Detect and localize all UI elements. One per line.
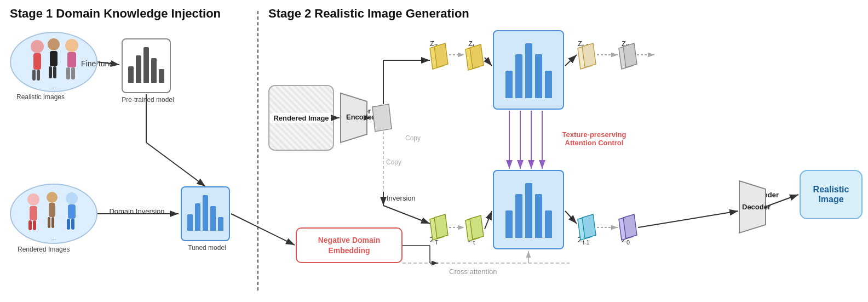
svg-rect-1: [33, 53, 41, 70]
top-unet-box: [493, 30, 564, 110]
negative-domain-embedding-box: Negative Domain Embedding: [296, 227, 403, 263]
decoder-label: Decoder: [750, 191, 779, 199]
diagram: Stage 1 Domain Knowledge Injection Stage…: [0, 0, 868, 302]
svg-line-51: [485, 58, 492, 66]
svg-rect-9: [67, 52, 76, 67]
z-t1-label: Zt-1: [578, 39, 589, 49]
svg-line-45: [383, 206, 430, 224]
zh-0-label: Ẑ0: [622, 236, 630, 246]
svg-text:...: ...: [51, 235, 56, 241]
bottom-unet-box: [493, 170, 564, 249]
pretrained-model-box: [122, 38, 171, 93]
svg-rect-5: [50, 51, 58, 66]
domain-inversion-label: Domain Inversion: [101, 207, 173, 216]
svg-rect-15: [28, 220, 32, 230]
copy-label: Copy: [405, 134, 421, 142]
svg-marker-69: [623, 214, 637, 238]
svg-rect-18: [49, 203, 55, 217]
svg-rect-20: [51, 217, 54, 228]
stage2-label: Stage 2 Realistic Image Generation: [268, 7, 469, 21]
realistic-images-label: Realistic Images: [16, 93, 65, 101]
pretrained-model-label: Pre-trained model: [112, 96, 183, 104]
svg-rect-16: [33, 220, 36, 230]
svg-rect-11: [71, 67, 75, 79]
cross-attention-label: Cross attention: [449, 267, 497, 276]
svg-rect-14: [30, 206, 37, 220]
attention-label: Texture-preserving Attention Control: [550, 130, 638, 147]
svg-point-0: [31, 40, 44, 53]
inversion-label: Inversion: [387, 194, 416, 202]
svg-line-32: [146, 143, 205, 186]
svg-line-63: [485, 211, 492, 229]
svg-line-64: [565, 211, 577, 224]
encoder-label: Encoder: [342, 107, 371, 115]
svg-point-21: [66, 192, 78, 204]
svg-text:Decoder: Decoder: [742, 203, 771, 211]
z-t-label: Zt: [468, 39, 474, 49]
z0-enc-label: Z0: [372, 112, 380, 122]
svg-rect-22: [68, 204, 76, 219]
svg-point-17: [47, 192, 58, 203]
svg-point-4: [48, 38, 60, 50]
svg-marker-59: [434, 214, 448, 238]
svg-marker-36: [341, 93, 367, 143]
bottom-unet-bars: [502, 180, 555, 240]
stage-divider: [257, 11, 258, 290]
zh-t-label: Ẑt: [468, 236, 475, 246]
svg-rect-19: [48, 217, 50, 228]
stage1-label: Stage 1 Domain Knowledge Injection: [10, 7, 221, 21]
svg-rect-24: [71, 219, 74, 230]
tuned-model-box: [181, 186, 230, 241]
finetune-label: Fine-tune: [81, 59, 113, 68]
svg-rect-6: [49, 66, 52, 78]
pretrained-model-bars: [125, 47, 168, 85]
realistic-image-box: Realistic Image: [800, 170, 863, 219]
zh-t1-label: Ẑt-1: [578, 236, 590, 246]
rendered-images-label: Rendered Images: [18, 246, 70, 253]
svg-text:...: ...: [51, 83, 56, 89]
rendered-image-box: Rendered Image: [268, 85, 334, 151]
svg-line-34: [231, 214, 295, 245]
svg-marker-49: [465, 46, 479, 70]
svg-point-13: [27, 193, 39, 206]
svg-text:Copy: Copy: [386, 158, 401, 166]
z-0-label: Z0: [622, 39, 629, 49]
svg-marker-71: [739, 181, 766, 233]
svg-rect-7: [53, 66, 56, 78]
svg-point-8: [65, 39, 78, 52]
zh-T-label: ẐT: [430, 236, 439, 246]
svg-line-52: [565, 55, 577, 66]
top-unet-bars: [502, 40, 555, 100]
svg-rect-23: [67, 219, 70, 230]
rendered-images-ellipse: ...: [10, 184, 97, 244]
rendered-image-label: Rendered Image: [270, 113, 332, 123]
tuned-model-bars: [184, 195, 227, 233]
svg-rect-2: [32, 70, 36, 81]
svg-rect-3: [37, 70, 40, 81]
svg-line-70: [638, 211, 738, 227]
tuned-model-label: Tuned model: [174, 244, 240, 252]
svg-rect-10: [66, 67, 70, 79]
svg-marker-66: [582, 214, 596, 238]
z-T-label: ZT: [430, 39, 438, 49]
